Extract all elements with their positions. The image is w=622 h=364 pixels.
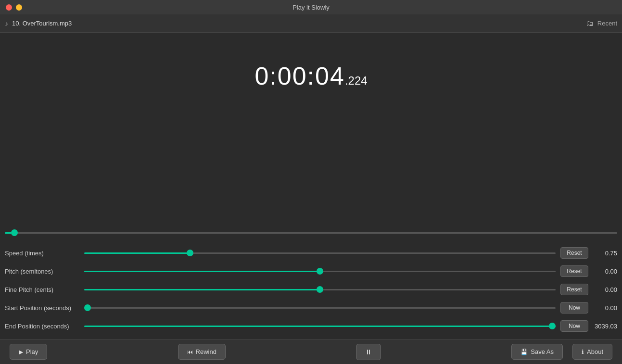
save-as-label: Save As (531, 348, 554, 355)
rewind-button[interactable]: ⏮ Rewind (178, 344, 226, 360)
play-icon: ▶ (19, 349, 23, 355)
minimize-button[interactable] (16, 4, 22, 11)
rewind-icon: ⏮ (187, 349, 193, 355)
about-label: About (587, 348, 603, 355)
fine-pitch-row: Fine Pitch (cents) Reset 0.00 (0, 280, 622, 299)
speed-value: 0.75 (588, 250, 617, 257)
folder-icon[interactable]: 🗂 (586, 19, 594, 28)
speed-reset-button[interactable]: Reset (560, 247, 588, 259)
window-title: Play it Slowly (292, 4, 330, 11)
end-pos-now-button[interactable]: Now (560, 320, 588, 332)
recent-button[interactable]: Recent (597, 20, 617, 27)
fine-pitch-value: 0.00 (588, 286, 617, 293)
start-pos-label: Start Position (seconds) (5, 304, 84, 312)
speed-slider[interactable] (84, 252, 556, 254)
rewind-label: Rewind (196, 348, 216, 355)
play-button[interactable]: ▶ Play (10, 344, 47, 360)
pitch-slider[interactable] (84, 271, 556, 272)
file-name: 10. OverTourism.mp3 (12, 20, 586, 27)
end-pos-label: End Position (seconds) (5, 323, 84, 330)
bottom-toolbar: ▶ Play ⏮ Rewind ⏸ 💾 Save As ℹ About (0, 339, 622, 364)
save-as-button[interactable]: 💾 Save As (511, 344, 563, 360)
pause-button[interactable]: ⏸ (356, 344, 381, 360)
save-icon: 💾 (520, 349, 528, 355)
timer-ms: .224 (345, 74, 368, 88)
window-controls (6, 4, 22, 11)
end-pos-slider[interactable] (84, 326, 556, 327)
end-pos-value: 3039.03 (588, 323, 617, 330)
pause-icon: ⏸ (365, 348, 372, 356)
start-pos-now-button[interactable]: Now (560, 302, 588, 314)
fine-pitch-label: Fine Pitch (cents) (5, 286, 84, 293)
start-pos-slider[interactable] (84, 307, 556, 309)
playhead-area[interactable] (0, 226, 622, 240)
play-label: Play (26, 348, 38, 355)
start-pos-value: 0.00 (588, 304, 617, 312)
controls-area: Speed (times) Reset 0.75 Pitch (semitone… (0, 240, 622, 339)
pitch-row: Pitch (semitones) Reset 0.00 (0, 262, 622, 280)
title-bar: Play it Slowly (0, 0, 622, 14)
speed-slider-container (84, 252, 556, 254)
main-area: 0:00:04 .224 (0, 33, 622, 226)
info-icon: ℹ (582, 349, 584, 355)
pitch-reset-button[interactable]: Reset (560, 265, 588, 277)
start-pos-slider-container (84, 307, 556, 309)
about-button[interactable]: ℹ About (572, 344, 612, 360)
timer-main: 0:00:04 (254, 62, 345, 90)
end-pos-row: End Position (seconds) Now 3039.03 (0, 317, 622, 335)
speed-label: Speed (times) (5, 250, 84, 257)
music-icon: ♪ (5, 20, 8, 27)
timer-display: 0:00:04 .224 (254, 62, 367, 90)
pitch-slider-container (84, 271, 556, 272)
playhead-slider[interactable] (5, 232, 617, 234)
speed-row: Speed (times) Reset 0.75 (0, 244, 622, 262)
pitch-label: Pitch (semitones) (5, 268, 84, 275)
close-button[interactable] (6, 4, 12, 11)
end-pos-slider-container (84, 326, 556, 327)
start-pos-row: Start Position (seconds) Now 0.00 (0, 299, 622, 317)
fine-pitch-slider-container (84, 289, 556, 290)
fine-pitch-reset-button[interactable]: Reset (560, 284, 588, 295)
pitch-value: 0.00 (588, 268, 617, 275)
file-bar: ♪ 10. OverTourism.mp3 🗂 Recent (0, 14, 622, 33)
fine-pitch-slider[interactable] (84, 289, 556, 290)
